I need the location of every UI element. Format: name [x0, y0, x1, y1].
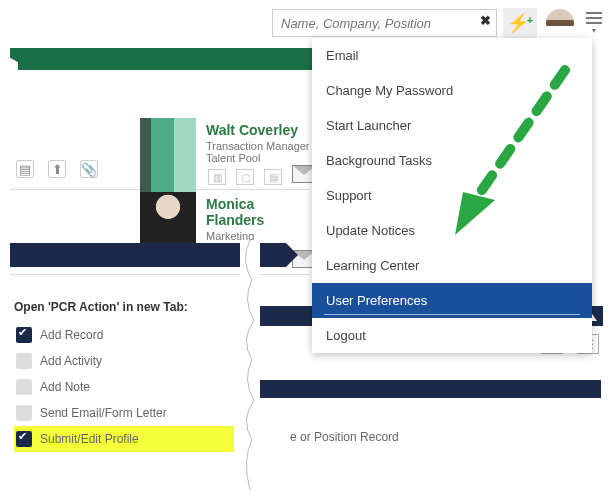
- clear-search-icon[interactable]: ✖: [480, 13, 491, 28]
- contact-role: Transaction Manager: [206, 140, 310, 152]
- pref-label: Add Record: [40, 328, 103, 342]
- prefs-header: Open 'PCR Action' in new Tab:: [14, 300, 234, 314]
- checkbox-icon[interactable]: [16, 327, 32, 343]
- pref-label: Add Note: [40, 380, 90, 394]
- search-input[interactable]: [272, 9, 497, 37]
- truncated-label: e or Position Record: [290, 430, 399, 444]
- torn-divider: [240, 240, 260, 490]
- menu-item-support[interactable]: Support: [312, 178, 592, 213]
- pref-label: Send Email/Form Letter: [40, 406, 167, 420]
- search-wrap: ✖: [272, 9, 497, 37]
- pref-label: Add Activity: [40, 354, 102, 368]
- top-bar: ✖ ⚡+ ▾: [272, 8, 605, 38]
- contact-card[interactable]: Walt Coverley Transaction Manager Talent…: [10, 116, 310, 190]
- section-bar: [252, 380, 601, 398]
- bolt-icon: ⚡: [507, 12, 529, 34]
- menu-bar-icon: [586, 12, 602, 14]
- chat-icon[interactable]: ▥: [208, 169, 226, 185]
- contact-name[interactable]: Walt Coverley: [206, 122, 310, 138]
- chevron-down-icon: ▾: [592, 26, 596, 35]
- menu-item-email[interactable]: Email: [312, 38, 592, 73]
- header-band: [10, 48, 315, 70]
- contact-photo: [140, 118, 196, 192]
- plus-icon: +: [527, 14, 533, 26]
- checkbox-icon[interactable]: [16, 431, 32, 447]
- contact-pool: Talent Pool: [206, 152, 310, 164]
- pcr-action-prefs: Open 'PCR Action' in new Tab: Add Record…: [14, 300, 234, 452]
- pref-option-send-email[interactable]: Send Email/Form Letter: [14, 400, 234, 426]
- menu-item-learning-center[interactable]: Learning Center: [312, 248, 592, 283]
- contact-name[interactable]: Monica Flanders: [206, 196, 310, 228]
- quick-add-button[interactable]: ⚡+: [503, 8, 537, 38]
- note-icon[interactable]: ▢: [236, 169, 254, 185]
- checkbox-icon[interactable]: [16, 405, 32, 421]
- contact-action-row: ▥ ▢ ▤: [208, 169, 282, 185]
- menu-item-start-launcher[interactable]: Start Launcher: [312, 108, 592, 143]
- profile-dropdown: Email Change My Password Start Launcher …: [312, 38, 592, 353]
- menu-item-user-preferences[interactable]: User Preferences: [312, 283, 592, 318]
- menu-item-background-tasks[interactable]: Background Tasks: [312, 143, 592, 178]
- menu-bar-icon: [586, 17, 602, 19]
- menu-bar-icon: [586, 22, 602, 24]
- profile-menu-trigger[interactable]: [543, 8, 577, 38]
- menu-item-logout[interactable]: Logout: [312, 318, 592, 353]
- pref-option-add-note[interactable]: Add Note: [14, 374, 234, 400]
- hamburger-menu-button[interactable]: ▾: [583, 11, 605, 35]
- pref-label: Submit/Edit Profile: [40, 432, 139, 446]
- avatar-icon: [546, 9, 574, 37]
- menu-item-change-password[interactable]: Change My Password: [312, 73, 592, 108]
- checkbox-icon[interactable]: [16, 353, 32, 369]
- torn-edge: [10, 58, 18, 81]
- pref-option-submit-profile[interactable]: Submit/Edit Profile: [14, 426, 234, 452]
- pref-option-add-record[interactable]: Add Record: [14, 322, 234, 348]
- pref-option-add-activity[interactable]: Add Activity: [14, 348, 234, 374]
- menu-item-update-notices[interactable]: Update Notices: [312, 213, 592, 248]
- checkbox-icon[interactable]: [16, 379, 32, 395]
- doc-icon[interactable]: ▤: [264, 169, 282, 185]
